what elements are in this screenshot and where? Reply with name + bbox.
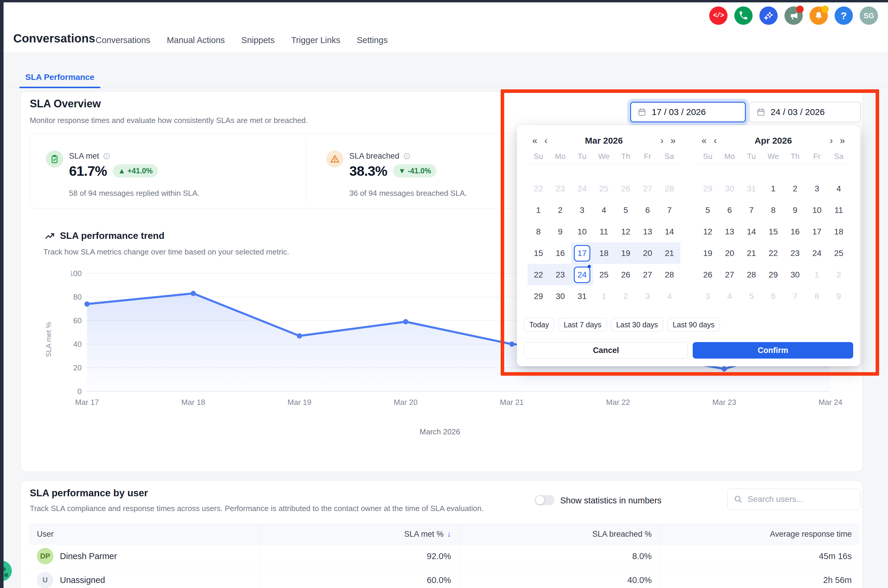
day-cell-1[interactable]: 1 (527, 200, 549, 221)
day-cell-12[interactable]: 12 (697, 221, 719, 242)
day-cell-31[interactable]: 31 (741, 178, 762, 200)
day-cell-26[interactable]: 26 (615, 264, 637, 285)
day-cell-15[interactable]: 15 (527, 242, 549, 264)
day-cell-18[interactable]: 18 (828, 221, 850, 242)
quick-range-last-7-days[interactable]: Last 7 days (559, 318, 607, 332)
day-cell-3[interactable]: 3 (571, 200, 593, 221)
day-cell-17[interactable]: 17 (806, 221, 828, 242)
day-cell-27[interactable]: 27 (637, 178, 658, 200)
quick-range-last-90-days[interactable]: Last 90 days (667, 318, 720, 332)
day-cell-28[interactable]: 28 (741, 264, 762, 285)
info-icon[interactable] (403, 153, 411, 160)
notifications-icon[interactable] (810, 6, 828, 25)
day-cell-10[interactable]: 10 (571, 221, 593, 242)
prev-year-button[interactable]: « (529, 135, 541, 146)
day-cell-3[interactable]: 3 (806, 178, 828, 200)
day-cell-22[interactable]: 22 (527, 264, 549, 285)
day-cell-27[interactable]: 27 (637, 264, 658, 285)
day-cell-23[interactable]: 23 (549, 178, 571, 200)
day-cell-26[interactable]: 26 (615, 178, 637, 200)
day-cell-14[interactable]: 14 (741, 221, 762, 242)
day-cell-2[interactable]: 2 (549, 200, 571, 221)
day-cell-5[interactable]: 5 (741, 285, 762, 307)
day-cell-30[interactable]: 30 (549, 285, 571, 307)
day-cell-25[interactable]: 25 (593, 264, 615, 285)
day-cell-25[interactable]: 25 (593, 178, 615, 200)
next-year-button[interactable]: » (836, 135, 849, 146)
day-cell-28[interactable]: 28 (658, 178, 680, 200)
ai-sparkles-icon[interactable] (759, 6, 778, 25)
next-month-button[interactable]: › (657, 135, 667, 146)
day-cell-21[interactable]: 21 (658, 242, 680, 264)
column-header-average-response-time[interactable]: Average response time (660, 524, 860, 544)
day-cell-1[interactable]: 1 (806, 264, 828, 285)
day-cell-11[interactable]: 11 (593, 221, 615, 242)
day-cell-22[interactable]: 22 (762, 242, 784, 264)
day-cell-18[interactable]: 18 (593, 242, 615, 264)
nav-tab-conversations[interactable]: Conversations (96, 35, 150, 45)
nav-tab-trigger-links[interactable]: Trigger Links (291, 35, 340, 45)
help-icon[interactable]: ? (835, 6, 853, 25)
day-cell-2[interactable]: 2 (828, 264, 850, 285)
day-cell-30[interactable]: 30 (784, 264, 806, 285)
day-cell-24[interactable]: 24 (571, 264, 593, 285)
day-cell-1[interactable]: 1 (762, 178, 784, 200)
day-cell-29[interactable]: 29 (762, 264, 784, 285)
end-date-input[interactable]: 24 / 03 / 2026 (749, 102, 861, 122)
day-cell-27[interactable]: 27 (719, 264, 741, 285)
day-cell-6[interactable]: 6 (719, 200, 741, 221)
day-cell-23[interactable]: 23 (549, 264, 571, 285)
code-icon[interactable]: </> (709, 6, 727, 25)
column-header-sla-met-[interactable]: SLA met %↓ (261, 524, 460, 544)
tab-sla-performance[interactable]: SLA Performance (20, 72, 100, 88)
day-cell-1[interactable]: 1 (593, 285, 615, 307)
day-cell-23[interactable]: 23 (784, 242, 806, 264)
show-statistics-toggle[interactable] (535, 495, 554, 505)
quick-range-last-30-days[interactable]: Last 30 days (611, 318, 664, 332)
day-cell-4[interactable]: 4 (593, 200, 615, 221)
day-cell-12[interactable]: 12 (615, 221, 637, 242)
day-cell-14[interactable]: 14 (658, 221, 680, 242)
day-cell-17[interactable]: 17 (571, 242, 593, 264)
day-cell-31[interactable]: 31 (571, 285, 593, 307)
day-cell-8[interactable]: 8 (527, 221, 549, 242)
day-cell-13[interactable]: 13 (719, 221, 741, 242)
next-month-button[interactable]: › (826, 135, 836, 146)
day-cell-21[interactable]: 21 (741, 242, 762, 264)
day-cell-20[interactable]: 20 (719, 242, 741, 264)
user-avatar[interactable]: SG (860, 6, 878, 25)
day-cell-19[interactable]: 19 (697, 242, 719, 264)
day-cell-5[interactable]: 5 (615, 200, 637, 221)
day-cell-2[interactable]: 2 (615, 285, 637, 307)
day-cell-8[interactable]: 8 (806, 285, 828, 307)
prev-year-button[interactable]: « (698, 135, 710, 146)
day-cell-9[interactable]: 9 (549, 221, 571, 242)
search-users-input[interactable] (747, 494, 855, 504)
column-header-user[interactable]: User (29, 524, 261, 544)
day-cell-5[interactable]: 5 (697, 200, 719, 221)
day-cell-4[interactable]: 4 (828, 178, 850, 200)
day-cell-30[interactable]: 30 (719, 178, 741, 200)
column-header-sla-breached-[interactable]: SLA breached % (460, 524, 660, 544)
day-cell-19[interactable]: 19 (615, 242, 637, 264)
confirm-button[interactable]: Confirm (693, 342, 853, 358)
day-cell-24[interactable]: 24 (806, 242, 828, 264)
day-cell-15[interactable]: 15 (762, 221, 784, 242)
nav-tab-snippets[interactable]: Snippets (241, 35, 275, 45)
prev-month-button[interactable]: ‹ (710, 135, 720, 146)
day-cell-25[interactable]: 25 (828, 242, 850, 264)
day-cell-3[interactable]: 3 (697, 285, 719, 307)
start-date-input[interactable]: 17 / 03 / 2026 (630, 102, 746, 122)
day-cell-3[interactable]: 3 (637, 285, 658, 307)
day-cell-22[interactable]: 22 (527, 178, 549, 200)
day-cell-7[interactable]: 7 (658, 200, 680, 221)
day-cell-9[interactable]: 9 (828, 285, 850, 307)
day-cell-2[interactable]: 2 (784, 178, 806, 200)
day-cell-16[interactable]: 16 (549, 242, 571, 264)
day-cell-7[interactable]: 7 (741, 200, 762, 221)
day-cell-10[interactable]: 10 (806, 200, 828, 221)
day-cell-26[interactable]: 26 (697, 264, 719, 285)
day-cell-8[interactable]: 8 (762, 200, 784, 221)
day-cell-28[interactable]: 28 (658, 264, 680, 285)
day-cell-29[interactable]: 29 (697, 178, 719, 200)
